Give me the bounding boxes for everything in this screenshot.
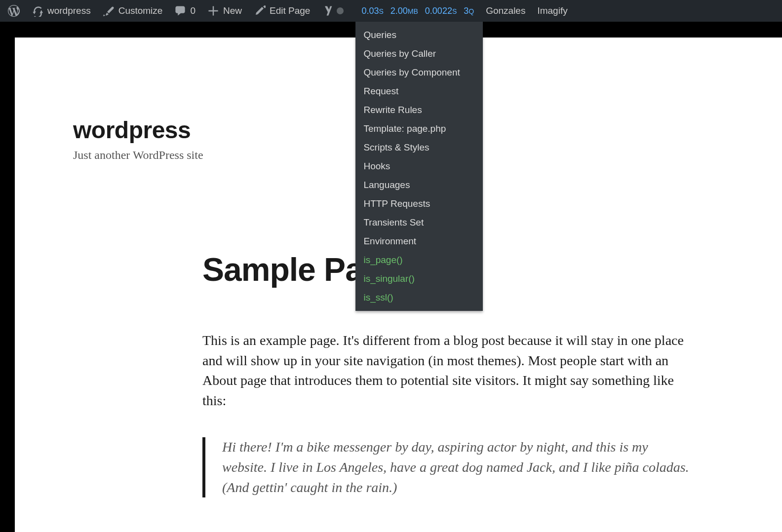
dashboard-icon: [32, 5, 43, 17]
imagify-label: Imagify: [537, 5, 567, 16]
qm-menu-item[interactable]: is_singular(): [355, 269, 483, 288]
qm-time: 0.03S: [361, 6, 383, 16]
comment-icon: [174, 5, 186, 17]
yoast-status-dot: [337, 7, 344, 14]
qm-menu-item[interactable]: Queries: [355, 26, 483, 44]
yoast-menu[interactable]: [316, 0, 350, 22]
customize-label: Customize: [118, 5, 163, 16]
plus-icon: [207, 5, 219, 17]
qm-menu-item[interactable]: Queries by Component: [355, 63, 483, 82]
qm-db-time: 0.0022S: [425, 6, 457, 16]
qm-menu-item[interactable]: Scripts & Styles: [355, 138, 483, 157]
qm-query-count: 3Q: [464, 6, 474, 16]
gonzales-button[interactable]: Gonzales: [480, 0, 531, 22]
gonzales-label: Gonzales: [486, 5, 525, 16]
qm-menu-item[interactable]: Hooks: [355, 157, 483, 176]
qm-menu-item[interactable]: Queries by Caller: [355, 44, 483, 63]
comments-count: 0: [190, 5, 196, 16]
new-content-button[interactable]: New: [201, 0, 248, 22]
qm-menu-item[interactable]: is_page(): [355, 251, 483, 269]
query-monitor-button[interactable]: 0.03S 2.00MB 0.0022S 3Q QueriesQueries b…: [355, 0, 480, 22]
entry-paragraph: This is an example page. It's different …: [202, 331, 696, 411]
qm-menu-item[interactable]: Request: [355, 82, 483, 101]
paintbrush-icon: [103, 5, 115, 17]
qm-menu-item[interactable]: Languages: [355, 176, 483, 194]
query-monitor-dropdown: QueriesQueries by CallerQueries by Compo…: [355, 22, 483, 311]
edit-page-button[interactable]: Edit Page: [248, 0, 316, 22]
wp-logo-menu[interactable]: [2, 0, 26, 22]
qm-menu-item[interactable]: Rewrite Rules: [355, 101, 483, 119]
new-label: New: [223, 5, 242, 16]
qm-menu-item[interactable]: Template: page.php: [355, 119, 483, 138]
qm-menu-item[interactable]: HTTP Requests: [355, 194, 483, 213]
qm-menu-item[interactable]: is_ssl(): [355, 288, 483, 307]
wordpress-logo-icon: [8, 5, 20, 17]
customize-button[interactable]: Customize: [97, 0, 169, 22]
pencil-icon: [254, 5, 266, 17]
qm-memory: 2.00MB: [391, 6, 418, 16]
site-name-label: wordpress: [47, 5, 91, 16]
wp-admin-bar: wordpress Customize 0 New Edit Page 0.03…: [0, 0, 782, 22]
imagify-button[interactable]: Imagify: [531, 0, 573, 22]
edit-page-label: Edit Page: [270, 5, 310, 16]
site-name-menu[interactable]: wordpress: [26, 0, 97, 22]
qm-menu-item[interactable]: Transients Set: [355, 213, 483, 232]
entry-blockquote: Hi there! I'm a bike messenger by day, a…: [202, 437, 696, 497]
yoast-icon: [322, 5, 334, 17]
qm-menu-item[interactable]: Environment: [355, 232, 483, 251]
comments-button[interactable]: 0: [168, 0, 201, 22]
